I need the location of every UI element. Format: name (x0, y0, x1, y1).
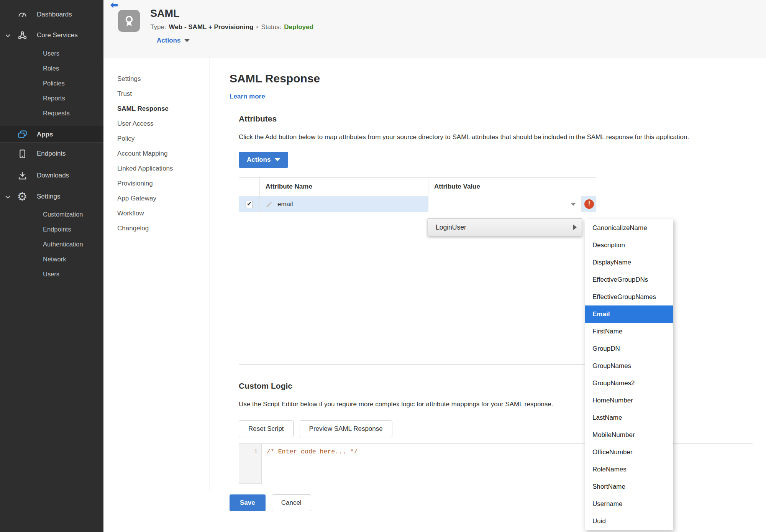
submenu-item[interactable]: EffectiveGroupDNs (585, 271, 673, 288)
sidebar-item-roles[interactable]: Roles (0, 61, 103, 76)
submenu-item[interactable]: EffectiveGroupNames (585, 288, 673, 305)
core-services-icon (17, 30, 28, 41)
table-header-row: Attribute Name Attribute Value (239, 177, 596, 196)
sidebar-item-core-services[interactable]: Core Services (0, 25, 103, 46)
tablet-icon (17, 149, 28, 159)
editor-code-area[interactable]: /* Enter code here... */ (262, 444, 753, 484)
sidebar-item-network[interactable]: Network (0, 252, 103, 267)
header-actions-button[interactable]: Actions (157, 37, 313, 44)
save-button[interactable]: Save (230, 494, 266, 511)
subnav-item-policy[interactable]: Policy (103, 131, 210, 146)
attribute-submenu: CanonicalizeName Description DisplayName… (585, 219, 673, 530)
submenu-item[interactable]: Description (585, 236, 673, 254)
subnav-item-account-mapping[interactable]: Account Mapping (103, 146, 210, 161)
app-header: SAML Type: Web - SAML + Provisioning • S… (103, 0, 766, 57)
gear-icon (17, 191, 28, 202)
sidebar-item-customization[interactable]: Customization (0, 207, 103, 222)
editor-gutter: 1 (239, 444, 262, 484)
sidebar-item-authentication[interactable]: Authentication (0, 237, 103, 252)
attributes-heading: Attributes (239, 114, 755, 123)
sidebar-item-settings-users[interactable]: Users (0, 267, 103, 282)
sidebar-item-requests[interactable]: Requests (0, 106, 103, 121)
subnav-item-changelog[interactable]: Changelog (103, 221, 210, 236)
submenu-item[interactable]: MobileNumber (585, 426, 673, 443)
subnav-item-settings[interactable]: Settings (103, 71, 210, 86)
attribute-name-cell: email (259, 196, 428, 212)
row-select-cell (239, 196, 259, 212)
sidebar-item-settings[interactable]: Settings (0, 186, 103, 207)
submenu-item[interactable]: CanonicalizeName (585, 219, 673, 236)
chevron-down-icon (5, 32, 11, 39)
main-content: SAML Response Learn more Attributes Clic… (210, 57, 766, 532)
sidebar-item-label: Network (43, 256, 66, 263)
sidebar-item-label: Dashboards (37, 11, 72, 18)
sidebar-item-dashboards[interactable]: Dashboards (0, 5, 103, 25)
sidebar-item-apps[interactable]: Apps (0, 126, 103, 143)
app-title: SAML (150, 8, 313, 20)
attributes-actions-button[interactable]: Actions (239, 152, 288, 168)
subnav-item-trust[interactable]: Trust (103, 86, 210, 101)
submenu-item[interactable]: OfficeNumber (585, 443, 673, 461)
subnav-item-saml-response[interactable]: SAML Response (103, 101, 210, 116)
submenu-item[interactable]: GroupNames2 (585, 374, 673, 392)
submenu-item[interactable]: HomeNumber (585, 392, 673, 409)
sidebar-item-policies[interactable]: Policies (0, 76, 103, 91)
reset-script-button[interactable]: Reset Script (239, 420, 294, 437)
subnav-item-linked-applications[interactable]: Linked Applications (103, 161, 210, 176)
chevron-down-icon (5, 194, 11, 200)
submenu-item[interactable]: GroupNames (585, 357, 673, 374)
submenu-item[interactable]: GroupDN (585, 340, 673, 357)
sidebar-item-settings-endpoints[interactable]: Endpoints (0, 222, 103, 237)
sidebar-item-label: Reports (43, 95, 65, 102)
context-menu-item-loginuser[interactable]: LoginUser (436, 223, 466, 232)
app-subnav: Settings Trust SAML Response User Access… (103, 57, 210, 490)
table-row[interactable]: email (239, 196, 596, 212)
column-header-attribute-name: Attribute Name (259, 177, 428, 196)
sidebar-item-label: Requests (43, 110, 70, 117)
status-badge: Deployed (284, 23, 313, 31)
sidebar-item-label: Core Services (37, 31, 78, 39)
preview-saml-response-button[interactable]: Preview SAML Response (300, 420, 392, 437)
submenu-item-email-selected[interactable]: Email (585, 305, 673, 323)
submenu-item[interactable]: LastName (585, 409, 673, 426)
attribute-value-context-menu[interactable]: LoginUser (428, 218, 582, 236)
row-checkbox[interactable] (246, 201, 253, 208)
type-label: Type: (150, 23, 166, 31)
edit-pencil-icon[interactable] (266, 201, 273, 208)
submenu-item[interactable]: Uuid (585, 512, 673, 530)
line-number: 1 (254, 448, 258, 455)
gauge-icon (17, 10, 28, 20)
submenu-item[interactable]: RoleNames (585, 461, 673, 478)
sidebar-item-reports[interactable]: Reports (0, 91, 103, 106)
sidebar-item-label: Endpoints (43, 226, 71, 233)
sidebar-item-users[interactable]: Users (0, 46, 103, 61)
submenu-item[interactable]: ShortName (585, 478, 673, 495)
sidebar-item-label: Users (43, 50, 59, 57)
custom-logic-heading: Custom Logic (239, 381, 755, 391)
sidebar-item-downloads[interactable]: Downloads (0, 165, 103, 186)
sidebar-item-endpoints[interactable]: Endpoints (0, 143, 103, 165)
attribute-value-dropdown[interactable] (428, 196, 582, 212)
sidebar-item-label: Customization (43, 211, 83, 218)
sidebar-item-label: Policies (43, 80, 65, 87)
sidebar-item-label: Apps (37, 131, 53, 138)
submenu-item[interactable]: Username (585, 495, 673, 512)
script-editor[interactable]: 1 /* Enter code here... */ (239, 443, 753, 484)
subnav-item-app-gateway[interactable]: App Gateway (103, 191, 210, 206)
custom-logic-buttons: Reset Script Preview SAML Response (239, 420, 755, 437)
attributes-description: Click the Add button below to map attrib… (239, 133, 755, 141)
sidebar-item-label: Settings (37, 193, 60, 200)
download-icon (17, 171, 28, 181)
submenu-item[interactable]: DisplayName (585, 254, 673, 271)
learn-more-link[interactable]: Learn more (230, 93, 265, 100)
subnav-item-user-access[interactable]: User Access (103, 116, 210, 131)
app-root: Dashboards Core Services Users Roles Pol… (0, 0, 766, 532)
subnav-item-workflow[interactable]: Workflow (103, 206, 210, 221)
submenu-arrow-icon (573, 225, 577, 230)
cancel-button[interactable]: Cancel (272, 494, 311, 511)
back-arrow-icon[interactable] (110, 1, 118, 11)
sidebar-item-label: Downloads (37, 172, 69, 179)
submenu-item[interactable]: FirstName (585, 323, 673, 340)
subnav-item-provisioning[interactable]: Provisioning (103, 176, 210, 191)
apps-icon (17, 129, 28, 140)
